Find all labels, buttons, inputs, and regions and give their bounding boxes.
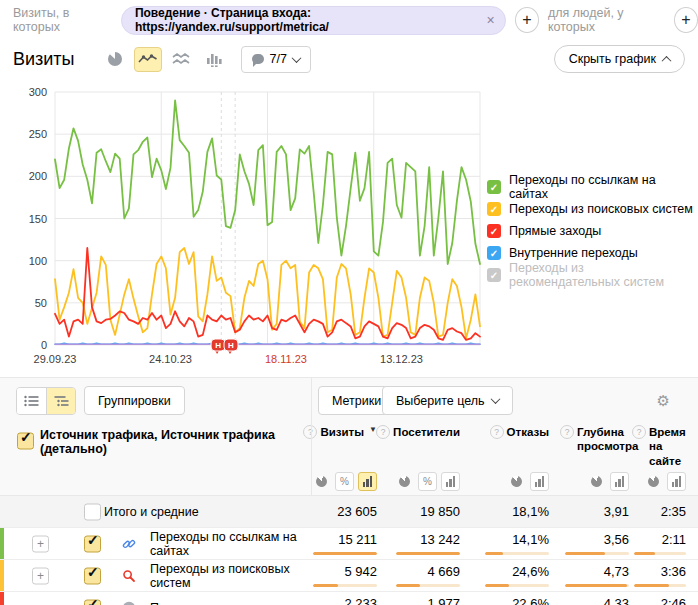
legend-label: Переходы из поисковых систем (509, 202, 693, 216)
totals-checkbox[interactable] (84, 503, 101, 520)
svg-text:Н: Н (228, 341, 234, 350)
bars-display-toggle[interactable] (610, 472, 629, 491)
pie-toggle-icon (314, 474, 329, 489)
visits-condition-label: Визиты, в которых (13, 6, 112, 34)
legend-label: Прямые заходы (509, 224, 601, 238)
legend-item-3[interactable]: ✓Внутренние переходы (487, 246, 698, 260)
metric-minibar (396, 552, 460, 555)
list-view-icon (24, 395, 39, 407)
check-icon: ✓ (20, 428, 32, 444)
svg-text:100: 100 (29, 255, 47, 267)
series-color-stripe (0, 528, 4, 559)
legend-checkbox[interactable]: ✓ (487, 202, 501, 216)
chart-type-columns-button[interactable] (200, 47, 228, 72)
percent-display-toggle[interactable]: % (335, 472, 354, 491)
legend-checkbox[interactable]: ✓ (487, 224, 501, 238)
legend-item-4[interactable]: ✓Переходы из рекомендательных систем (487, 268, 698, 282)
search-icon (122, 569, 136, 583)
row-name-cell: +✓Переходы из поисковых систем (0, 560, 312, 591)
note-badge[interactable]: Н (224, 339, 238, 354)
percent-toggle-icon: % (340, 476, 349, 487)
series-color-stripe (0, 560, 4, 591)
groupings-button[interactable]: Группировки (84, 386, 185, 415)
goal-select-dropdown[interactable]: Выберите цель (382, 386, 513, 415)
legend-checkbox[interactable]: ✓ (487, 180, 501, 194)
pie-display-toggle[interactable] (507, 472, 526, 491)
row-name-cell: ✓Прямые заходы (0, 592, 312, 605)
bars-toggle-icon (363, 476, 373, 487)
metric-value: 5 942 (344, 564, 377, 579)
list-view-button[interactable] (17, 388, 46, 414)
pie-display-toggle[interactable] (395, 472, 414, 491)
row-label[interactable]: Переходы по ссылкам на сайтах (150, 530, 312, 558)
row-checkbox[interactable]: ✓ (84, 567, 101, 584)
toggle-group-4 (632, 472, 698, 491)
help-icon[interactable]: ? (632, 425, 646, 439)
select-all-checkbox[interactable]: ✓ (17, 432, 34, 449)
column-header-4[interactable]: ?Время на сайте (632, 425, 698, 468)
row-checkbox[interactable]: ✓ (84, 599, 101, 605)
bars-display-toggle[interactable] (358, 472, 377, 491)
people-condition-label: для людей, у которых (548, 6, 665, 34)
dimension-header-cell: ✓ Источник трафика, Источник трафика (де… (0, 425, 312, 456)
chart-type-area-button[interactable] (167, 47, 195, 72)
row-label[interactable]: Прямые заходы (150, 601, 242, 605)
metric-cell: 19 850 (380, 504, 463, 519)
chart-type-pie-button[interactable] (101, 47, 129, 72)
hide-chart-button[interactable]: Скрыть график (554, 45, 685, 73)
metric-minibar (634, 584, 686, 587)
legend-checkbox[interactable]: ✓ (487, 246, 501, 260)
chart-type-line-button[interactable] (134, 47, 162, 72)
column-header-3[interactable]: ?Глубина просмотра (552, 425, 632, 454)
metric-minibar (313, 552, 377, 555)
legend-checkbox[interactable]: ✓ (487, 268, 501, 282)
table-settings-button[interactable]: ⚙ (651, 391, 676, 411)
pie-toggle-icon (589, 474, 604, 489)
legend-item-1[interactable]: ✓Переходы из поисковых систем (487, 202, 698, 216)
note-badge[interactable]: Н (211, 339, 225, 354)
tree-view-button[interactable] (46, 388, 75, 414)
expand-row-button[interactable]: + (32, 567, 49, 584)
metric-cell: 4,73 (552, 564, 632, 587)
expand-row-button[interactable]: + (32, 535, 49, 552)
help-icon[interactable]: ? (490, 425, 504, 439)
column-header-1[interactable]: ?Посетители (380, 425, 463, 439)
column-header-2[interactable]: ?Отказы (463, 425, 552, 439)
row-label[interactable]: Переходы из поисковых систем (150, 562, 312, 590)
check-icon: ✓ (87, 531, 99, 547)
metric-value: 4,33 (604, 596, 629, 605)
percent-toggle-icon: % (423, 476, 432, 487)
table-row-1: +✓Переходы из поисковых систем5 9424 669… (0, 560, 698, 592)
metric-minibar (634, 552, 686, 555)
metric-value: 14,1% (512, 532, 549, 547)
chip-close-icon[interactable]: × (487, 12, 495, 28)
segment-chip[interactable]: Поведение · Страница входа: https://yand… (121, 6, 506, 35)
bars-display-toggle[interactable] (530, 472, 549, 491)
pie-display-toggle[interactable] (644, 472, 663, 491)
metric-cell: 24,6% (463, 564, 552, 587)
link-icon (122, 537, 136, 551)
help-icon[interactable]: ? (376, 425, 390, 439)
chart-legend: ✓Переходы по ссылкам на сайтах✓Переходы … (487, 180, 698, 282)
svg-text:24.10.23: 24.10.23 (149, 353, 192, 365)
help-icon[interactable]: ? (560, 425, 574, 439)
metric-value: 4,73 (604, 564, 629, 579)
bars-display-toggle[interactable] (441, 472, 460, 491)
percent-display-toggle[interactable]: % (418, 472, 437, 491)
legend-item-2[interactable]: ✓Прямые заходы (487, 224, 698, 238)
pie-display-toggle[interactable] (587, 472, 606, 491)
add-visit-condition-button[interactable]: + (515, 7, 539, 33)
add-people-condition-button[interactable]: + (674, 7, 698, 33)
row-checkbox[interactable]: ✓ (84, 535, 101, 552)
legend-label: Переходы из рекомендательных систем (509, 261, 698, 289)
stacked-area-icon (172, 52, 190, 66)
column-header-0[interactable]: ?Визиты▼ (312, 425, 380, 439)
comment-bubble-icon (252, 54, 264, 64)
metric-display-toggles-row: %% (0, 468, 698, 496)
bars-display-toggle[interactable] (667, 472, 686, 491)
legend-item-0[interactable]: ✓Переходы по ссылкам на сайтах (487, 180, 698, 194)
svg-text:18.11.23: 18.11.23 (265, 353, 307, 365)
totals-row: Итого и средние23 60519 85018,1%3,912:35 (0, 496, 698, 528)
pie-display-toggle[interactable] (312, 472, 331, 491)
segments-counter-dropdown[interactable]: 7/7 (241, 46, 311, 73)
